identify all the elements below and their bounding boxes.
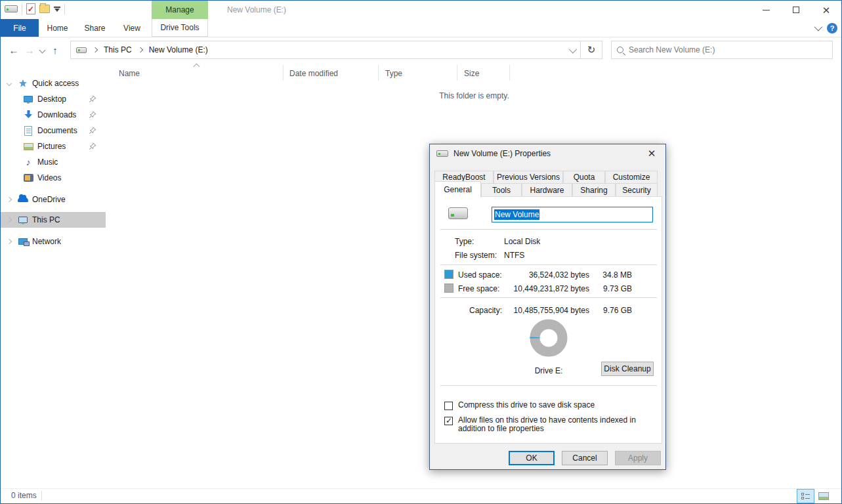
breadcrumb-chevron-icon[interactable] xyxy=(93,47,98,52)
pictures-icon xyxy=(23,141,33,152)
search-box[interactable]: Search New Volume (E:) xyxy=(611,41,833,59)
thumbnails-view-button[interactable] xyxy=(814,489,832,503)
tab-home[interactable]: Home xyxy=(39,19,76,37)
volume-label-input[interactable]: New Volume xyxy=(492,207,653,222)
tab-view[interactable]: View xyxy=(114,19,150,37)
up-button[interactable]: ↑ xyxy=(49,45,62,56)
sidebar-item-videos[interactable]: Videos xyxy=(1,170,106,186)
address-bar[interactable]: This PC New Volume (E:) xyxy=(70,41,581,59)
tab-file[interactable]: File xyxy=(1,19,39,37)
help-icon[interactable]: ? xyxy=(827,23,837,33)
index-checkbox-label[interactable]: Allow files on this drive to have conten… xyxy=(458,416,655,433)
compress-checkbox[interactable] xyxy=(444,402,453,410)
sidebar-item-quick-access[interactable]: Quick access xyxy=(1,75,106,91)
breadcrumb-new-volume[interactable]: New Volume (E:) xyxy=(149,45,208,54)
sidebar-item-label[interactable]: Desktop xyxy=(1,94,66,104)
dialog-close-button[interactable]: ✕ xyxy=(644,147,659,160)
dialog-title-bar[interactable]: New Volume (E:) Properties xyxy=(430,144,665,163)
minimize-button[interactable] xyxy=(751,1,781,19)
tab-security[interactable]: Security xyxy=(616,183,658,197)
used-space-label: Used space: xyxy=(458,270,502,280)
new-folder-icon[interactable] xyxy=(39,5,50,13)
sidebar-item-network[interactable]: Network xyxy=(1,234,106,249)
tab-drive-tools[interactable]: Drive Tools xyxy=(152,19,208,37)
column-divider[interactable] xyxy=(457,65,457,81)
tab-hardware[interactable]: Hardware xyxy=(522,183,572,197)
volume-drive-icon xyxy=(448,207,468,219)
tab-general[interactable]: General xyxy=(434,181,481,198)
breadcrumb-chevron-icon[interactable] xyxy=(137,47,142,52)
sidebar-item-documents[interactable]: Documents xyxy=(1,123,106,138)
column-header-name[interactable]: Name xyxy=(119,66,140,81)
details-view-button[interactable] xyxy=(797,489,814,503)
tab-customize[interactable]: Customize xyxy=(605,171,658,184)
sidebar-item-desktop[interactable]: Desktop xyxy=(1,91,106,107)
cancel-button[interactable]: Cancel xyxy=(562,451,608,465)
sidebar-item-label[interactable]: Quick access xyxy=(1,79,79,88)
sidebar-item-onedrive[interactable]: OneDrive xyxy=(1,192,106,207)
ok-button[interactable]: OK xyxy=(509,451,555,465)
thumbnails-view-icon xyxy=(818,492,829,500)
capacity-label: Capacity: xyxy=(469,306,502,315)
tab-share[interactable]: Share xyxy=(76,19,114,37)
address-dropdown-icon[interactable] xyxy=(569,45,578,53)
quick-access-star-icon xyxy=(18,78,28,89)
column-header-date-modified[interactable]: Date modified xyxy=(289,66,338,81)
compress-checkbox-label[interactable]: Compress this drive to save disk space xyxy=(458,401,655,410)
sidebar-item-music[interactable]: ♪ Music xyxy=(1,154,106,170)
capacity-human: 9.76 GB xyxy=(593,306,632,315)
item-count: 0 items xyxy=(11,491,37,500)
column-divider[interactable] xyxy=(509,65,510,81)
capacity-bytes: 10,485,755,904 bytes xyxy=(507,306,589,315)
index-checkbox[interactable] xyxy=(444,417,453,425)
onedrive-cloud-icon xyxy=(18,194,28,205)
apply-button[interactable]: Apply xyxy=(615,451,661,465)
disk-cleanup-button[interactable]: Disk Cleanup xyxy=(601,362,654,376)
desktop-icon xyxy=(23,94,33,104)
manage-contextual-tab[interactable]: Manage xyxy=(152,1,208,19)
back-button[interactable]: ← xyxy=(7,45,20,56)
maximize-button[interactable] xyxy=(781,1,811,19)
tab-tools[interactable]: Tools xyxy=(481,183,522,197)
breadcrumb-this-pc[interactable]: This PC xyxy=(104,45,132,54)
field-label: File system: xyxy=(455,251,497,260)
sidebar-item-label[interactable]: Documents xyxy=(1,126,77,135)
details-view-icon xyxy=(801,493,810,499)
status-bar: 0 items xyxy=(1,488,841,503)
this-pc-icon xyxy=(18,215,28,225)
customize-quick-access-icon[interactable] xyxy=(54,7,60,12)
sidebar-item-label[interactable]: Downloads xyxy=(1,110,76,119)
used-space-human: 34.8 MB xyxy=(593,270,632,280)
tab-previous-versions[interactable]: Previous Versions xyxy=(494,171,563,184)
divider xyxy=(41,491,42,501)
type-row: Type: Local Disk xyxy=(435,237,662,247)
sidebar-item-pictures[interactable]: Pictures xyxy=(1,138,106,154)
divider xyxy=(64,4,65,14)
column-header-type[interactable]: Type xyxy=(385,66,402,81)
recent-locations-icon[interactable] xyxy=(39,47,46,53)
refresh-button[interactable]: ↻ xyxy=(581,41,602,59)
field-value: Local Disk xyxy=(504,237,540,246)
sidebar-item-this-pc[interactable]: This PC xyxy=(1,212,106,228)
sidebar-item-downloads[interactable]: Downloads xyxy=(1,107,106,123)
field-value: NTFS xyxy=(504,251,524,260)
quick-access-toolbar xyxy=(5,3,65,14)
tab-quota[interactable]: Quota xyxy=(563,171,605,184)
column-divider[interactable] xyxy=(378,65,379,81)
free-space-label: Free space: xyxy=(458,284,499,293)
close-button[interactable]: ✕ xyxy=(811,1,841,19)
properties-icon[interactable] xyxy=(26,3,35,14)
empty-folder-message: This folder is empty. xyxy=(106,91,842,100)
videos-icon xyxy=(23,173,33,183)
general-tab-page: New Volume Type: Local Disk File system:… xyxy=(434,196,662,444)
column-divider[interactable] xyxy=(283,65,284,81)
column-header-size[interactable]: Size xyxy=(464,66,479,81)
free-space-row: Free space: 10,449,231,872 bytes 9.73 GB xyxy=(435,284,662,294)
tab-sharing[interactable]: Sharing xyxy=(572,183,616,197)
close-icon: ✕ xyxy=(822,5,831,15)
forward-button[interactable]: → xyxy=(23,45,36,56)
used-space-swatch xyxy=(444,270,453,279)
pin-icon xyxy=(89,111,96,119)
system-menu-drive-icon[interactable] xyxy=(5,5,18,12)
expand-ribbon-icon[interactable] xyxy=(814,23,823,32)
